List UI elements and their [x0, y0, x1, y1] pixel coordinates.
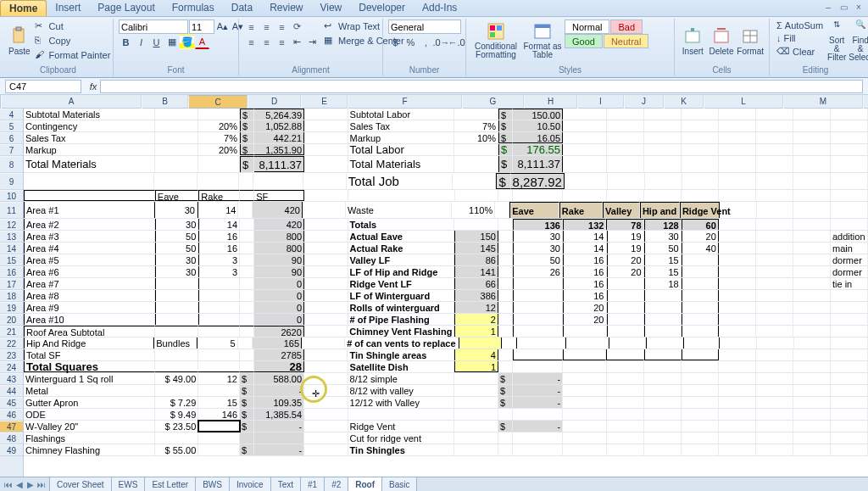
cell[interactable]	[682, 361, 719, 372]
cell[interactable]: -	[513, 421, 563, 432]
cell[interactable]	[498, 349, 513, 360]
cell[interactable]: -	[254, 421, 304, 432]
cell[interactable]	[607, 444, 644, 455]
cell[interactable]: Area #6	[24, 266, 155, 277]
cell[interactable]: Area #1	[24, 202, 154, 218]
cell[interactable]	[304, 120, 348, 131]
cell[interactable]: Tin Shingles	[348, 444, 455, 455]
cell[interactable]: Cut for ridge vent	[348, 432, 455, 444]
cell[interactable]: 800	[254, 231, 304, 242]
cell[interactable]: Ridge Vent LF	[348, 278, 455, 289]
cell[interactable]: Ridge Vent	[348, 421, 455, 432]
cell[interactable]	[831, 326, 868, 337]
cell[interactable]: Total Materials	[24, 156, 155, 172]
cell[interactable]	[304, 409, 348, 420]
cell[interactable]	[198, 314, 240, 325]
cell[interactable]: Waste	[346, 202, 452, 218]
cell[interactable]: $	[240, 444, 254, 455]
ribbon-tab-page-layout[interactable]: Page Layout	[89, 0, 163, 16]
cell[interactable]: 146	[198, 409, 240, 420]
cell[interactable]: $ 55.00	[155, 444, 199, 455]
cell[interactable]	[682, 156, 719, 172]
cell[interactable]	[831, 349, 868, 360]
cell[interactable]	[304, 290, 348, 301]
row-header-19[interactable]: 19	[0, 302, 23, 314]
cell[interactable]	[793, 444, 831, 455]
cell[interactable]	[563, 144, 607, 155]
cell[interactable]: $	[498, 109, 513, 120]
cell[interactable]	[198, 290, 240, 301]
cell[interactable]	[644, 409, 682, 420]
cell[interactable]	[155, 132, 199, 143]
cell[interactable]	[498, 444, 513, 455]
cell[interactable]: 20	[563, 302, 607, 313]
cell[interactable]: Valley	[603, 202, 640, 218]
cell[interactable]: 150.00	[513, 109, 563, 120]
cell[interactable]	[198, 326, 240, 337]
cell[interactable]	[240, 190, 254, 201]
cell[interactable]: 3	[198, 266, 240, 277]
cell[interactable]	[756, 373, 793, 384]
cell[interactable]: 109.35	[254, 397, 304, 408]
cell[interactable]: 86	[454, 254, 498, 265]
cell[interactable]	[756, 278, 793, 289]
cell[interactable]	[498, 243, 513, 254]
sheet-tab-invoice[interactable]: Invoice	[229, 477, 271, 492]
cell[interactable]: Area #4	[24, 243, 155, 254]
cell[interactable]	[198, 444, 240, 455]
cell[interactable]	[563, 373, 607, 384]
cell[interactable]	[304, 190, 348, 201]
cell[interactable]: 19	[607, 231, 644, 242]
cell[interactable]	[719, 349, 756, 360]
row-header-9[interactable]: 9	[0, 173, 23, 190]
cell[interactable]	[644, 156, 682, 172]
cell[interactable]: Markup	[348, 132, 455, 143]
cell[interactable]: 0	[254, 278, 304, 289]
cell[interactable]	[607, 397, 644, 408]
row-header-5[interactable]: 5	[0, 120, 23, 132]
cell[interactable]	[793, 432, 831, 444]
align-bottom-button[interactable]: ≡	[275, 20, 289, 34]
cell[interactable]	[154, 173, 198, 189]
cell[interactable]: 28	[254, 361, 304, 372]
ribbon-tab-developer[interactable]: Developer	[350, 0, 414, 16]
cell[interactable]: 78	[606, 219, 643, 230]
sheet-tab-basic[interactable]: Basic	[381, 477, 417, 492]
cell[interactable]	[756, 326, 793, 337]
cell[interactable]	[793, 144, 831, 155]
cell[interactable]: $	[240, 120, 254, 131]
name-box[interactable]	[5, 80, 81, 93]
col-header-C[interactable]: C	[188, 95, 248, 109]
cell[interactable]	[513, 444, 563, 455]
cell[interactable]: 8,287.92	[511, 173, 565, 189]
cell[interactable]: 5	[197, 338, 237, 349]
cell[interactable]	[240, 219, 254, 230]
cell[interactable]	[756, 132, 793, 143]
cell[interactable]: Metal	[24, 385, 155, 396]
cell[interactable]	[831, 144, 868, 155]
cell[interactable]: Area #3	[24, 231, 155, 242]
col-header-E[interactable]: E	[301, 95, 348, 109]
cell[interactable]	[454, 444, 498, 455]
ribbon-tab-insert[interactable]: Insert	[47, 0, 89, 16]
formula-bar[interactable]	[100, 80, 863, 93]
cell[interactable]	[793, 409, 831, 420]
cell[interactable]	[831, 109, 868, 120]
cell[interactable]	[155, 385, 199, 396]
ribbon-tab-data[interactable]: Data	[223, 0, 261, 16]
cell[interactable]	[719, 373, 756, 384]
row-header-18[interactable]: 18	[0, 290, 23, 302]
cell[interactable]	[682, 349, 719, 360]
cell[interactable]: 16	[563, 278, 607, 289]
cell[interactable]: # of Pipe Flashing	[348, 314, 455, 325]
sheet-tab-bws[interactable]: BWS	[195, 477, 230, 492]
cell[interactable]	[513, 326, 563, 337]
cell[interactable]: 800	[254, 243, 304, 254]
col-header-L[interactable]: L	[704, 95, 783, 109]
cell[interactable]: Sales Tax	[348, 120, 455, 131]
cell[interactable]	[793, 132, 831, 143]
col-header-D[interactable]: D	[248, 95, 301, 109]
cell[interactable]	[682, 266, 719, 277]
cell[interactable]: 20	[563, 314, 607, 325]
cell[interactable]: $ 49.00	[155, 373, 199, 384]
